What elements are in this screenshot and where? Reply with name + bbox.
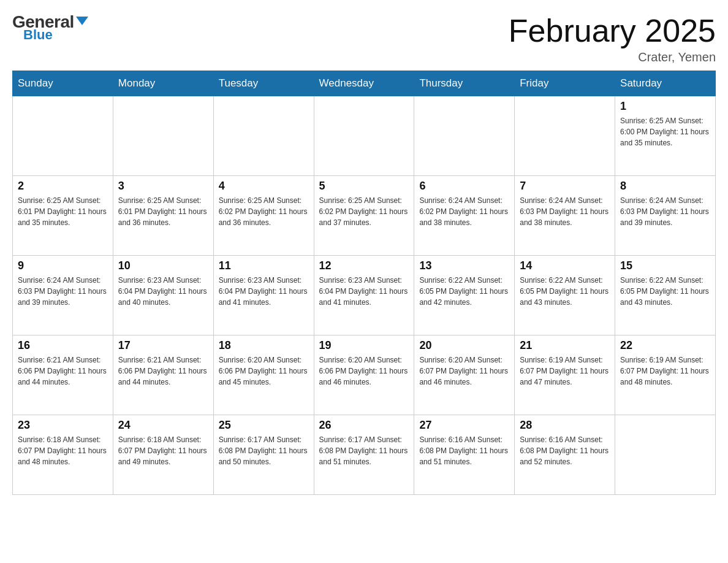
week-row-5: 23Sunrise: 6:18 AM Sunset: 6:07 PM Dayli… [13,415,716,495]
day-info: Sunrise: 6:20 AM Sunset: 6:06 PM Dayligh… [219,354,309,388]
day-number: 11 [219,259,309,272]
day-cell: 6Sunrise: 6:24 AM Sunset: 6:02 PM Daylig… [414,176,515,256]
day-number: 4 [219,180,309,193]
day-info: Sunrise: 6:17 AM Sunset: 6:08 PM Dayligh… [319,434,409,467]
day-info: Sunrise: 6:25 AM Sunset: 6:01 PM Dayligh… [118,195,208,228]
day-number: 12 [319,259,409,272]
day-number: 13 [419,259,509,272]
day-number: 6 [419,180,509,193]
day-number: 3 [118,180,208,193]
day-number: 21 [520,339,610,352]
day-cell: 27Sunrise: 6:16 AM Sunset: 6:08 PM Dayli… [414,415,515,495]
day-cell: 16Sunrise: 6:21 AM Sunset: 6:06 PM Dayli… [13,335,113,415]
day-cell: 25Sunrise: 6:17 AM Sunset: 6:08 PM Dayli… [213,415,314,495]
day-cell [13,96,113,176]
day-cell [213,96,314,176]
day-cell: 14Sunrise: 6:22 AM Sunset: 6:05 PM Dayli… [515,256,615,335]
day-cell: 8Sunrise: 6:24 AM Sunset: 6:03 PM Daylig… [615,176,716,256]
day-info: Sunrise: 6:25 AM Sunset: 6:00 PM Dayligh… [620,115,710,148]
day-info: Sunrise: 6:23 AM Sunset: 6:04 PM Dayligh… [118,275,208,308]
day-number: 10 [118,259,208,272]
day-number: 20 [419,339,509,352]
day-cell: 4Sunrise: 6:25 AM Sunset: 6:02 PM Daylig… [213,176,314,256]
day-cell: 10Sunrise: 6:23 AM Sunset: 6:04 PM Dayli… [113,256,213,335]
day-cell: 5Sunrise: 6:25 AM Sunset: 6:02 PM Daylig… [314,176,414,256]
day-cell: 2Sunrise: 6:25 AM Sunset: 6:01 PM Daylig… [13,176,113,256]
day-info: Sunrise: 6:25 AM Sunset: 6:02 PM Dayligh… [319,195,409,228]
calendar-table: SundayMondayTuesdayWednesdayThursdayFrid… [12,71,716,495]
weekday-header-friday: Friday [515,71,615,96]
day-number: 8 [620,180,710,193]
day-info: Sunrise: 6:22 AM Sunset: 6:05 PM Dayligh… [419,275,509,308]
day-number: 5 [319,180,409,193]
calendar-header: SundayMondayTuesdayWednesdayThursdayFrid… [13,71,716,96]
day-cell: 13Sunrise: 6:22 AM Sunset: 6:05 PM Dayli… [414,256,515,335]
day-number: 16 [18,339,108,352]
weekday-header-wednesday: Wednesday [314,71,414,96]
day-info: Sunrise: 6:20 AM Sunset: 6:07 PM Dayligh… [419,354,509,388]
day-info: Sunrise: 6:21 AM Sunset: 6:06 PM Dayligh… [18,354,108,388]
day-info: Sunrise: 6:16 AM Sunset: 6:08 PM Dayligh… [419,434,509,467]
day-cell: 21Sunrise: 6:19 AM Sunset: 6:07 PM Dayli… [515,335,615,415]
day-info: Sunrise: 6:21 AM Sunset: 6:06 PM Dayligh… [118,354,208,388]
day-cell: 26Sunrise: 6:17 AM Sunset: 6:08 PM Dayli… [314,415,414,495]
day-cell: 23Sunrise: 6:18 AM Sunset: 6:07 PM Dayli… [13,415,113,495]
day-cell [414,96,515,176]
day-number: 25 [219,419,309,432]
weekday-header-row: SundayMondayTuesdayWednesdayThursdayFrid… [13,71,716,96]
day-cell: 19Sunrise: 6:20 AM Sunset: 6:06 PM Dayli… [314,335,414,415]
day-cell: 22Sunrise: 6:19 AM Sunset: 6:07 PM Dayli… [615,335,716,415]
day-cell [515,96,615,176]
day-info: Sunrise: 6:25 AM Sunset: 6:01 PM Dayligh… [18,195,108,228]
weekday-header-monday: Monday [113,71,213,96]
weekday-header-tuesday: Tuesday [213,71,314,96]
day-number: 17 [118,339,208,352]
month-title: February 2025 [509,12,716,49]
day-info: Sunrise: 6:17 AM Sunset: 6:08 PM Dayligh… [219,434,309,467]
weekday-header-saturday: Saturday [615,71,716,96]
day-info: Sunrise: 6:22 AM Sunset: 6:05 PM Dayligh… [620,275,710,308]
weekday-header-sunday: Sunday [13,71,113,96]
calendar-body: 1Sunrise: 6:25 AM Sunset: 6:00 PM Daylig… [13,96,716,495]
day-cell: 20Sunrise: 6:20 AM Sunset: 6:07 PM Dayli… [414,335,515,415]
day-number: 19 [319,339,409,352]
week-row-2: 2Sunrise: 6:25 AM Sunset: 6:01 PM Daylig… [13,176,716,256]
day-number: 7 [520,180,610,193]
day-info: Sunrise: 6:18 AM Sunset: 6:07 PM Dayligh… [18,434,108,467]
day-number: 9 [18,259,108,272]
day-info: Sunrise: 6:18 AM Sunset: 6:07 PM Dayligh… [118,434,208,467]
day-info: Sunrise: 6:19 AM Sunset: 6:07 PM Dayligh… [520,354,610,388]
week-row-3: 9Sunrise: 6:24 AM Sunset: 6:03 PM Daylig… [13,256,716,335]
day-info: Sunrise: 6:24 AM Sunset: 6:02 PM Dayligh… [419,195,509,228]
day-number: 1 [620,100,710,113]
day-number: 27 [419,419,509,432]
day-cell: 28Sunrise: 6:16 AM Sunset: 6:08 PM Dayli… [515,415,615,495]
day-info: Sunrise: 6:23 AM Sunset: 6:04 PM Dayligh… [219,275,309,308]
day-number: 28 [520,419,610,432]
day-number: 24 [118,419,208,432]
day-info: Sunrise: 6:25 AM Sunset: 6:02 PM Dayligh… [219,195,309,228]
day-info: Sunrise: 6:24 AM Sunset: 6:03 PM Dayligh… [520,195,610,228]
logo-blue-text: Blue [23,27,53,43]
day-number: 2 [18,180,108,193]
day-number: 15 [620,259,710,272]
day-info: Sunrise: 6:19 AM Sunset: 6:07 PM Dayligh… [620,354,710,388]
logo: General Blue [12,12,88,43]
day-number: 22 [620,339,710,352]
day-cell: 11Sunrise: 6:23 AM Sunset: 6:04 PM Dayli… [213,256,314,335]
day-cell [113,96,213,176]
day-cell [314,96,414,176]
day-number: 18 [219,339,309,352]
page-header: General Blue February 2025 Crater, Yemen [12,12,716,64]
day-info: Sunrise: 6:20 AM Sunset: 6:06 PM Dayligh… [319,354,409,388]
week-row-4: 16Sunrise: 6:21 AM Sunset: 6:06 PM Dayli… [13,335,716,415]
day-cell: 17Sunrise: 6:21 AM Sunset: 6:06 PM Dayli… [113,335,213,415]
day-cell: 24Sunrise: 6:18 AM Sunset: 6:07 PM Dayli… [113,415,213,495]
day-info: Sunrise: 6:16 AM Sunset: 6:08 PM Dayligh… [520,434,610,467]
day-cell [615,415,716,495]
day-info: Sunrise: 6:22 AM Sunset: 6:05 PM Dayligh… [520,275,610,308]
logo-triangle-icon [76,17,88,25]
day-cell: 7Sunrise: 6:24 AM Sunset: 6:03 PM Daylig… [515,176,615,256]
day-cell: 18Sunrise: 6:20 AM Sunset: 6:06 PM Dayli… [213,335,314,415]
week-row-1: 1Sunrise: 6:25 AM Sunset: 6:00 PM Daylig… [13,96,716,176]
